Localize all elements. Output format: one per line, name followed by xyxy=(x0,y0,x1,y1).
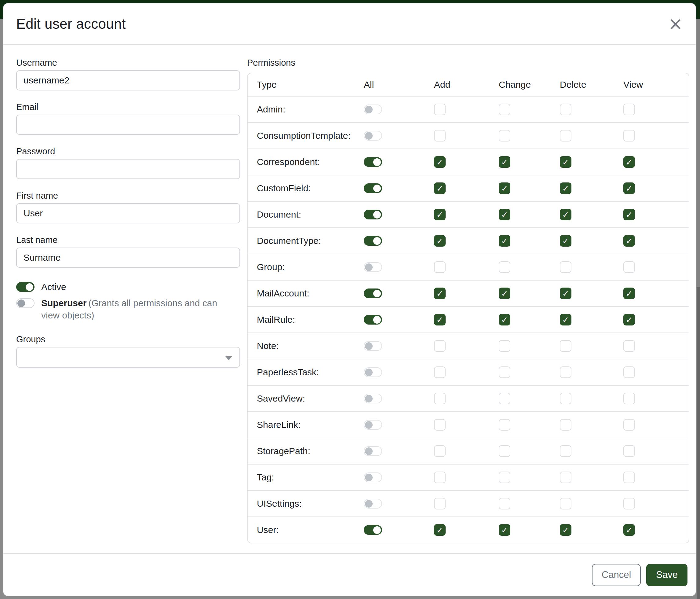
perm-delete-checkbox[interactable] xyxy=(560,340,571,352)
perm-delete-checkbox[interactable] xyxy=(560,498,571,509)
perm-all-toggle[interactable] xyxy=(364,210,382,219)
perm-all-toggle[interactable] xyxy=(364,315,382,325)
perm-view-checkbox[interactable] xyxy=(623,419,635,431)
perm-view-checkbox[interactable] xyxy=(623,445,635,457)
perm-change-checkbox[interactable] xyxy=(499,524,510,536)
perm-change-checkbox[interactable] xyxy=(499,103,510,115)
perm-delete-checkbox[interactable] xyxy=(560,366,571,378)
perm-view-checkbox[interactable] xyxy=(623,524,635,536)
perm-delete-checkbox[interactable] xyxy=(560,103,571,115)
perm-view-checkbox[interactable] xyxy=(623,498,635,509)
perm-all-toggle[interactable] xyxy=(364,473,382,482)
perm-view-checkbox[interactable] xyxy=(623,366,635,378)
perm-add-checkbox[interactable] xyxy=(434,156,446,168)
close-button[interactable]: × xyxy=(666,15,685,33)
perm-add-checkbox[interactable] xyxy=(434,288,446,299)
perm-add-checkbox[interactable] xyxy=(434,445,446,457)
perm-view-checkbox[interactable] xyxy=(623,314,635,326)
perm-view-checkbox[interactable] xyxy=(623,156,635,168)
perm-add-checkbox[interactable] xyxy=(434,419,446,431)
email-field[interactable] xyxy=(16,115,240,135)
username-input[interactable] xyxy=(16,70,240,91)
perm-add-checkbox[interactable] xyxy=(434,340,446,352)
perm-delete-checkbox[interactable] xyxy=(560,183,571,194)
perm-delete-checkbox[interactable] xyxy=(560,209,571,220)
perm-all-toggle[interactable] xyxy=(364,236,382,246)
perm-delete-checkbox[interactable] xyxy=(560,393,571,404)
perm-delete-checkbox[interactable] xyxy=(560,524,571,536)
perm-add-checkbox[interactable] xyxy=(434,366,446,378)
perm-add-checkbox[interactable] xyxy=(434,103,446,115)
perm-change-checkbox[interactable] xyxy=(499,472,510,483)
perm-add-checkbox[interactable] xyxy=(434,472,446,483)
perm-change-checkbox[interactable] xyxy=(499,366,510,378)
perm-change-checkbox[interactable] xyxy=(499,419,510,431)
perm-delete-checkbox[interactable] xyxy=(560,235,571,247)
perm-change-checkbox[interactable] xyxy=(499,235,510,247)
perm-change-checkbox[interactable] xyxy=(499,261,510,273)
active-toggle[interactable] xyxy=(16,282,34,292)
perm-view-checkbox[interactable] xyxy=(623,235,635,247)
perm-delete-checkbox[interactable] xyxy=(560,419,571,431)
perm-all-toggle[interactable] xyxy=(364,341,382,351)
password-field[interactable] xyxy=(16,159,240,179)
save-button[interactable]: Save xyxy=(646,564,688,586)
perm-all-toggle[interactable] xyxy=(364,446,382,456)
groups-select[interactable] xyxy=(16,347,240,368)
perm-all-toggle[interactable] xyxy=(364,367,382,377)
perm-change-checkbox[interactable] xyxy=(499,340,510,352)
superuser-toggle[interactable] xyxy=(16,298,34,308)
perm-delete-checkbox[interactable] xyxy=(560,314,571,326)
perm-delete-checkbox[interactable] xyxy=(560,472,571,483)
perm-all-toggle[interactable] xyxy=(364,499,382,508)
permission-type-label: ShareLink: xyxy=(257,420,364,430)
perm-view-checkbox[interactable] xyxy=(623,393,635,404)
perm-add-checkbox[interactable] xyxy=(434,235,446,247)
last-name-field[interactable] xyxy=(16,247,240,268)
perm-all-toggle[interactable] xyxy=(364,393,382,403)
perm-delete-checkbox[interactable] xyxy=(560,156,571,168)
cancel-button[interactable]: Cancel xyxy=(592,564,641,586)
superuser-row: Superuser(Grants all permissions and can… xyxy=(16,297,240,321)
perm-change-checkbox[interactable] xyxy=(499,498,510,509)
perm-change-checkbox[interactable] xyxy=(499,209,510,220)
perm-delete-checkbox[interactable] xyxy=(560,130,571,142)
perm-change-checkbox[interactable] xyxy=(499,156,510,168)
perm-add-checkbox[interactable] xyxy=(434,393,446,404)
perm-delete-checkbox[interactable] xyxy=(560,261,571,273)
perm-add-checkbox[interactable] xyxy=(434,130,446,142)
perm-view-checkbox[interactable] xyxy=(623,261,635,273)
perm-add-checkbox[interactable] xyxy=(434,314,446,326)
perm-change-checkbox[interactable] xyxy=(499,393,510,404)
perm-add-checkbox[interactable] xyxy=(434,261,446,273)
perm-all-toggle[interactable] xyxy=(364,288,382,298)
permission-type-label: Document: xyxy=(257,209,364,220)
perm-view-checkbox[interactable] xyxy=(623,472,635,483)
perm-add-checkbox[interactable] xyxy=(434,498,446,509)
perm-all-toggle[interactable] xyxy=(364,157,382,167)
toggle-knob-icon xyxy=(365,368,373,376)
perm-change-checkbox[interactable] xyxy=(499,288,510,299)
perm-delete-checkbox[interactable] xyxy=(560,288,571,299)
perm-add-checkbox[interactable] xyxy=(434,524,446,536)
perm-add-checkbox[interactable] xyxy=(434,183,446,194)
perm-change-checkbox[interactable] xyxy=(499,183,510,194)
perm-change-checkbox[interactable] xyxy=(499,445,510,457)
perm-all-toggle[interactable] xyxy=(364,420,382,430)
perm-all-toggle[interactable] xyxy=(364,104,382,114)
perm-all-toggle[interactable] xyxy=(364,131,382,141)
perm-view-checkbox[interactable] xyxy=(623,183,635,194)
perm-view-checkbox[interactable] xyxy=(623,130,635,142)
perm-change-checkbox[interactable] xyxy=(499,314,510,326)
perm-view-checkbox[interactable] xyxy=(623,340,635,352)
perm-all-toggle[interactable] xyxy=(364,183,382,193)
perm-view-checkbox[interactable] xyxy=(623,288,635,299)
perm-all-toggle[interactable] xyxy=(364,525,382,535)
perm-all-toggle[interactable] xyxy=(364,262,382,272)
perm-change-checkbox[interactable] xyxy=(499,130,510,142)
perm-view-checkbox[interactable] xyxy=(623,103,635,115)
perm-view-checkbox[interactable] xyxy=(623,209,635,220)
first-name-field[interactable] xyxy=(16,203,240,223)
perm-delete-checkbox[interactable] xyxy=(560,445,571,457)
perm-add-checkbox[interactable] xyxy=(434,209,446,220)
